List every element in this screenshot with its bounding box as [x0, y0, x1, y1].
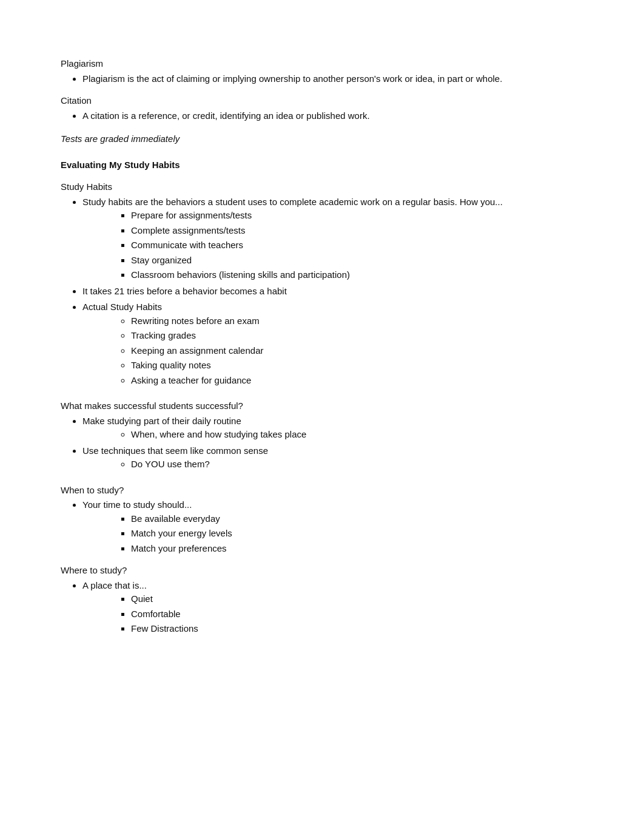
list-item: Prepare for assignments/tests	[131, 209, 583, 223]
evaluating-header: Evaluating My Study Habits	[61, 158, 583, 172]
list-item: Rewriting notes before an exam	[131, 314, 583, 328]
list-item: Communicate with teachers	[131, 238, 583, 252]
list-item: Few Distractions	[131, 622, 583, 636]
successful-label: What makes successful students successfu…	[61, 399, 583, 413]
list-item: Study habits are the behaviors a student…	[82, 195, 583, 282]
list-item: It takes 21 tries before a behavior beco…	[82, 285, 583, 299]
successful-text-2: Use techniques that seem like common sen…	[82, 445, 268, 456]
list-item: Actual Study Habits Rewriting notes befo…	[82, 300, 583, 387]
list-item: Keeping an assignment calendar	[131, 344, 583, 358]
where-to-study-label: Where to study?	[61, 564, 583, 578]
list-item: Make studying part of their daily routin…	[82, 414, 583, 442]
list-item: Match your preferences	[131, 542, 583, 556]
list-item: Your time to study should... Be availabl…	[82, 498, 583, 555]
actual-study-habits-text: Actual Study Habits	[82, 302, 162, 312]
list-item: Plagiarism is the act of claiming or imp…	[82, 72, 583, 86]
list-item: Asking a teacher for guidance	[131, 374, 583, 388]
list-item: Classroom behaviors (listening skills an…	[131, 268, 583, 282]
list-item: Quiet	[131, 592, 583, 606]
list-item: Comfortable	[131, 607, 583, 621]
list-item: Complete assignments/tests	[131, 224, 583, 238]
list-item: A place that is... Quiet Comfortable Few…	[82, 579, 583, 636]
where-to-study-sub-list: Quiet Comfortable Few Distractions	[131, 592, 583, 636]
study-habits-label: Study Habits	[61, 180, 583, 194]
list-item: When, where and how studying takes place	[131, 428, 583, 442]
successful-sub-list-1: When, where and how studying takes place	[131, 428, 583, 442]
citation-label: Citation	[61, 94, 583, 108]
study-habits-section: Study Habits Study habits are the behavi…	[61, 180, 583, 387]
list-item: Match your energy levels	[131, 527, 583, 541]
study-habits-text-1: Study habits are the behaviors a student…	[82, 197, 503, 207]
italic-note: Tests are graded immediately	[61, 132, 583, 146]
successful-section: What makes successful students successfu…	[61, 399, 583, 472]
plagiarism-section: Plagiarism Plagiarism is the act of clai…	[61, 57, 583, 86]
study-habits-list: Study habits are the behaviors a student…	[82, 195, 583, 388]
list-item: Stay organized	[131, 254, 583, 268]
when-to-study-section: When to study? Your time to study should…	[61, 484, 583, 556]
plagiarism-list: Plagiarism is the act of claiming or imp…	[82, 72, 583, 86]
study-habits-sub-list-1: Prepare for assignments/tests Complete a…	[131, 209, 583, 282]
list-item: Use techniques that seem like common sen…	[82, 444, 583, 472]
where-to-study-text: A place that is...	[82, 580, 147, 590]
list-item: Do YOU use them?	[131, 458, 583, 472]
actual-study-habits-list: Rewriting notes before an exam Tracking …	[131, 314, 583, 388]
list-item: Be available everyday	[131, 512, 583, 526]
when-to-study-text: Your time to study should...	[82, 499, 192, 510]
successful-sub-list-2: Do YOU use them?	[131, 458, 583, 472]
list-item: Tracking grades	[131, 329, 583, 343]
where-to-study-list: A place that is... Quiet Comfortable Few…	[82, 579, 583, 636]
where-to-study-section: Where to study? A place that is... Quiet…	[61, 564, 583, 636]
citation-section: Citation A citation is a reference, or c…	[61, 94, 583, 123]
when-to-study-label: When to study?	[61, 484, 583, 498]
when-to-study-list: Your time to study should... Be availabl…	[82, 498, 583, 555]
when-to-study-sub-list: Be available everyday Match your energy …	[131, 512, 583, 556]
citation-list: A citation is a reference, or credit, id…	[82, 109, 583, 123]
list-item: A citation is a reference, or credit, id…	[82, 109, 583, 123]
list-item: Taking quality notes	[131, 359, 583, 373]
successful-text-1: Make studying part of their daily routin…	[82, 416, 241, 426]
plagiarism-label: Plagiarism	[61, 57, 583, 71]
successful-list: Make studying part of their daily routin…	[82, 414, 583, 472]
